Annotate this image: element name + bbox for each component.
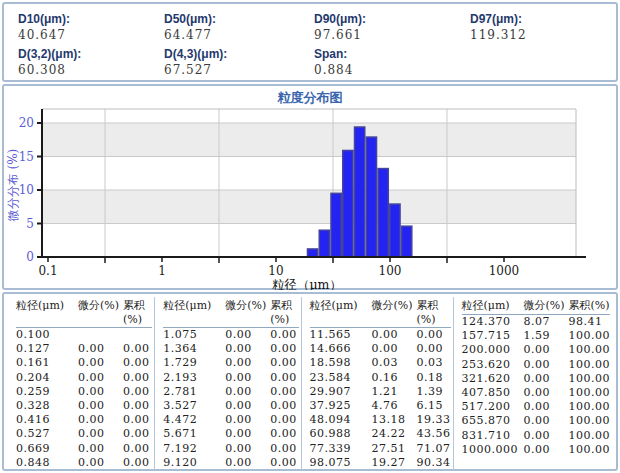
table-cell: 100.00 [569, 358, 611, 372]
table-cell: 0.18 [417, 371, 451, 385]
table-cell: 831.710 [462, 429, 524, 443]
table-cell: 0.00 [78, 442, 123, 456]
table-cell: 3.527 [163, 399, 225, 413]
table-header-cell: 累积(%) [569, 298, 611, 313]
stat-d97: D97(μm): 119.312 [470, 12, 616, 44]
table-cell: 0.259 [16, 385, 78, 399]
x-tick-label: 10 [268, 264, 283, 278]
table-cell: 0.00 [524, 358, 569, 372]
table-cell: 18.598 [310, 356, 372, 370]
table-row: 1.3640.000.00 [163, 342, 298, 356]
table-cell: 1.729 [163, 356, 225, 370]
table-row: 1000.0000.00100.00 [462, 443, 611, 457]
table-cell: 0.00 [270, 427, 298, 441]
stat-value: 60.308 [18, 63, 164, 77]
table-row: 0.6690.000.00 [16, 442, 152, 456]
table-header-cell: 累积(%) [123, 298, 152, 326]
table-cell: 0.204 [16, 371, 78, 385]
table-cell: 100.00 [569, 372, 611, 386]
table-cell: 14.666 [310, 342, 372, 356]
table-header-cell: 粒径(μm) [310, 298, 372, 326]
table-cell: 0.00 [372, 342, 417, 356]
stat-label: D97(μm): [470, 12, 616, 26]
table-row: 29.9071.211.39 [310, 385, 451, 399]
table-cell: 0.00 [123, 427, 152, 441]
table-row: 60.98824.2243.56 [310, 427, 451, 441]
table-cell: 0.00 [78, 427, 123, 441]
table-cell: 0.00 [270, 456, 298, 470]
table-cell: 200.000 [462, 343, 524, 357]
table-row: 4.4720.000.00 [163, 413, 298, 427]
table-cell: 0.00 [270, 399, 298, 413]
table-cell: 100.00 [569, 414, 611, 428]
table-cell: 0.328 [16, 399, 78, 413]
table-cell: 98.075 [310, 456, 372, 470]
stat-label: Span: [314, 47, 470, 61]
table-cell: 5.671 [163, 427, 225, 441]
table-cell: 4.76 [372, 399, 417, 413]
table-cell: 23.584 [310, 371, 372, 385]
x-tick-label: 0.1 [38, 264, 57, 278]
stat-value: 40.647 [18, 28, 164, 42]
table-cell: 0.00 [270, 385, 298, 399]
table-cell: 29.907 [310, 385, 372, 399]
table-row: 98.07519.2790.34 [310, 456, 451, 470]
table-cell: 0.00 [225, 328, 270, 342]
distribution-chart-panel: 粒度分布图 051015200.11101001000粒径（μm）微分分布 (%… [2, 84, 618, 290]
table-cell: 0.848 [16, 456, 78, 470]
x-tick-label: 1000 [489, 264, 520, 278]
stat-value: 97.661 [314, 28, 470, 42]
stat-label: D50(μm): [164, 12, 314, 26]
table-cell: 2.193 [163, 371, 225, 385]
table-cell: 0.00 [78, 413, 123, 427]
stat-value: 67.527 [164, 63, 314, 77]
table-cell: 0.00 [270, 442, 298, 456]
table-cell [123, 328, 152, 342]
table-cell: 0.00 [78, 399, 123, 413]
table-group: 粒径(μm)微分(%)累积(%)1.0750.000.001.3640.000.… [154, 297, 300, 470]
summary-stats-panel: D10(μm): 40.647 D50(μm): 64.477 D90(μm):… [2, 2, 618, 82]
table-cell: 0.16 [372, 371, 417, 385]
table-header-row: 粒径(μm)微分(%)累积(%) [462, 298, 611, 315]
grid-band [42, 123, 576, 157]
table-cell: 2.781 [163, 385, 225, 399]
table-cell: 0.00 [123, 399, 152, 413]
table-row: 7.1920.000.00 [163, 442, 298, 456]
stat-label: D(4,3)(μm): [164, 47, 314, 61]
table-row: 124.3708.0798.41 [462, 315, 611, 329]
table-cell: 157.715 [462, 329, 524, 343]
table-row: 831.7100.00100.00 [462, 429, 611, 443]
table-cell: 27.51 [372, 442, 417, 456]
stat-value: 64.477 [164, 28, 314, 42]
y-tick-label: 10 [19, 183, 34, 197]
table-row: 200.0000.00100.00 [462, 343, 611, 357]
table-cell: 0.00 [78, 456, 123, 470]
table-cell: 1.39 [417, 385, 451, 399]
stat-label: D(3,2)(μm): [18, 47, 164, 61]
table-header-cell: 累积(%) [270, 298, 298, 326]
table-cell: 0.00 [524, 414, 569, 428]
table-cell: 1.59 [524, 329, 569, 343]
distribution-bar [402, 226, 412, 257]
x-axis-title: 粒径（μm） [272, 277, 342, 290]
table-cell: 0.00 [123, 456, 152, 470]
stat-d50: D50(μm): 64.477 [164, 12, 314, 44]
stat-value: 119.312 [470, 28, 616, 42]
table-cell: 0.00 [78, 356, 123, 370]
stat-label: D10(μm): [18, 12, 164, 26]
table-cell: 0.00 [225, 399, 270, 413]
table-cell: 0.00 [225, 356, 270, 370]
table-cell: 0.03 [372, 356, 417, 370]
data-table-panel: 粒径(μm)微分(%)累积(%)0.1000.1270.000.000.1610… [2, 292, 618, 471]
table-cell: 9.120 [163, 456, 225, 470]
distribution-bar [319, 230, 329, 257]
table-cell: 24.22 [372, 427, 417, 441]
distribution-bar [366, 137, 376, 257]
table-header-cell: 累积(%) [417, 298, 451, 326]
table-cell: 0.100 [16, 328, 78, 342]
table-row: 9.1200.000.00 [163, 456, 298, 470]
distribution-bar [378, 169, 388, 257]
grid-band [42, 190, 576, 224]
table-cell: 7.192 [163, 442, 225, 456]
distribution-chart: 051015200.11101001000粒径（μm）微分分布 (%) [4, 105, 616, 290]
